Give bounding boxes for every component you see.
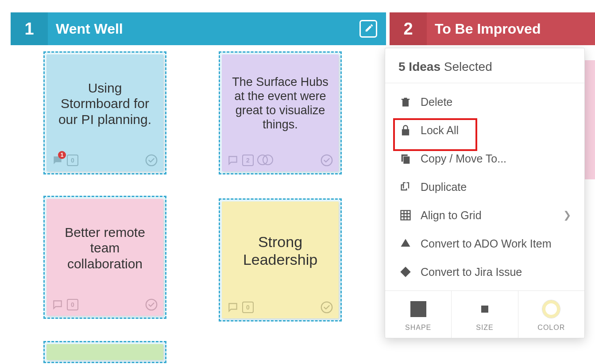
size-picker[interactable]: SIZE xyxy=(452,291,518,338)
column-number: 2 xyxy=(390,12,427,45)
card-footer: 0 xyxy=(222,296,339,318)
shape-picker[interactable]: SHAPE xyxy=(385,291,452,338)
card-footer: 0 xyxy=(46,294,163,316)
menu-header: 5 Ideas Selected xyxy=(385,48,584,83)
menu-item-convert-ado[interactable]: Convert to ADO Work Item xyxy=(385,229,584,258)
comment-outline-icon[interactable] xyxy=(227,302,239,313)
svg-rect-4 xyxy=(401,211,410,220)
selection-count: 5 Ideas xyxy=(398,60,440,74)
comment-outline-icon[interactable] xyxy=(52,299,63,310)
chevron-right-icon: ❯ xyxy=(563,209,571,221)
idea-card[interactable]: The Surface Hubs at the event were great… xyxy=(219,51,342,174)
color-picker[interactable]: COLOR xyxy=(518,291,584,338)
check-circle-icon[interactable] xyxy=(145,298,158,311)
svg-point-1 xyxy=(321,155,332,166)
column-header-to-be-improved: 2 To Be Improved xyxy=(390,12,595,45)
pencil-icon xyxy=(364,23,374,33)
trash-icon xyxy=(398,95,413,109)
color-ring-icon xyxy=(542,300,560,318)
vote-count[interactable]: 0 xyxy=(67,155,78,166)
idea-card[interactable] xyxy=(43,341,166,363)
card-footer: 1 0 xyxy=(46,149,163,171)
duplicate-icon xyxy=(398,180,413,194)
svg-point-0 xyxy=(146,155,157,166)
check-circle-icon[interactable] xyxy=(320,301,333,314)
menu-item-convert-jira[interactable]: Convert to Jira Issue xyxy=(385,258,584,286)
grid-icon xyxy=(398,208,413,222)
menu-bottom-row: SHAPE SIZE COLOR xyxy=(385,290,584,338)
column-number: 1 xyxy=(11,12,48,45)
menu-item-lock-all[interactable]: Lock All xyxy=(385,116,584,144)
small-square-icon xyxy=(481,306,488,313)
azure-devops-icon xyxy=(398,236,413,251)
card-footer: 2 xyxy=(222,149,339,171)
comment-badge: 1 xyxy=(58,151,66,159)
menu-item-delete[interactable]: Delete xyxy=(385,88,584,116)
reaction-icon[interactable] xyxy=(257,155,274,166)
svg-point-3 xyxy=(321,302,332,313)
check-circle-icon[interactable] xyxy=(145,154,158,167)
column-title: To Be Improved xyxy=(435,21,595,37)
card-text: Using Stormboard for our PI planning. xyxy=(46,54,163,149)
card-text: Strong Leadership xyxy=(222,201,339,296)
vote-count[interactable]: 0 xyxy=(67,299,78,310)
card-text: Better remote team collaboration xyxy=(46,199,163,294)
menu-item-align-grid[interactable]: Align to Grid ❯ xyxy=(385,201,584,229)
card-text: The Surface Hubs at the event were great… xyxy=(222,54,339,149)
idea-card[interactable]: Better remote team collaboration 0 xyxy=(43,196,166,319)
context-menu: 5 Ideas Selected Delete Lock All Copy / … xyxy=(385,48,585,338)
idea-card[interactable]: Using Stormboard for our PI planning. 1 … xyxy=(43,51,166,174)
copy-icon xyxy=(398,151,413,166)
column-title: Went Well xyxy=(56,21,359,37)
menu-item-duplicate[interactable]: Duplicate xyxy=(385,173,584,201)
vote-count[interactable]: 0 xyxy=(242,302,254,313)
svg-point-2 xyxy=(146,299,157,310)
vote-count[interactable]: 2 xyxy=(242,155,254,166)
menu-item-copy-move[interactable]: Copy / Move To... xyxy=(385,144,584,173)
comment-outline-icon[interactable] xyxy=(227,155,239,166)
edit-column-button[interactable] xyxy=(359,20,377,38)
jira-icon xyxy=(398,265,413,279)
column-header-went-well: 1 Went Well xyxy=(11,12,386,45)
idea-card[interactable]: Strong Leadership 0 xyxy=(219,198,342,321)
check-circle-icon[interactable] xyxy=(320,154,333,167)
square-icon xyxy=(410,301,426,317)
lock-icon xyxy=(398,123,413,137)
